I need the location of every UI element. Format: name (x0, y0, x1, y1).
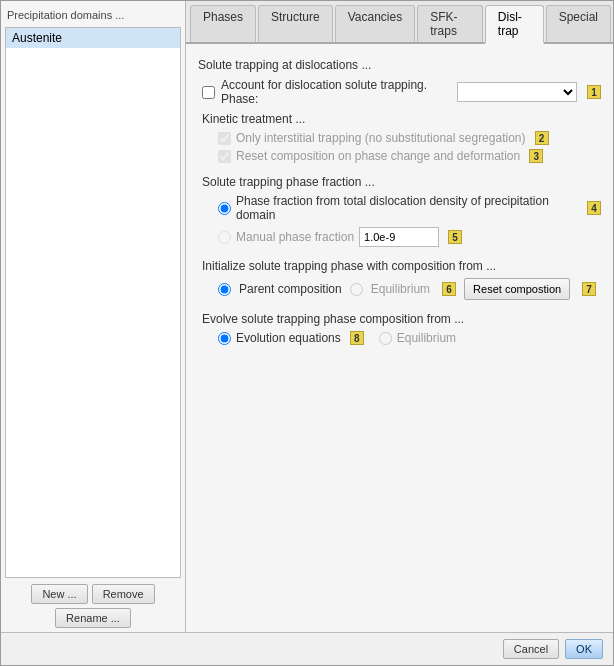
badge-7: 7 (582, 282, 596, 296)
phase-fraction-radio-2[interactable] (218, 231, 231, 244)
phase-fraction-radio-1-row: Phase fraction from total dislocation de… (198, 194, 601, 222)
left-panel: Precipitation domains ... Austenite New … (1, 1, 186, 632)
phase-fraction-label-2: Manual phase fraction (236, 230, 354, 244)
phase-fraction-label-1: Phase fraction from total dislocation de… (236, 194, 578, 222)
badge-3: 3 (529, 149, 543, 163)
init-equilibrium-label: Equilibrium (371, 282, 430, 296)
kinetic-option-2-row: Reset composition on phase change and de… (198, 149, 601, 163)
manual-phase-fraction-input[interactable] (359, 227, 439, 247)
rename-button[interactable]: Rename ... (55, 608, 131, 628)
evolve-radios-row: Evolution equations 8 Equilibrium (198, 331, 601, 345)
initialize-radios-row: Parent composition Equilibrium 6 Reset c… (198, 278, 601, 300)
solute-phase-fraction-section: Solute trapping phase fraction ... Phase… (198, 175, 601, 247)
tab-disl-trap[interactable]: Disl-trap (485, 5, 544, 44)
badge-5: 5 (448, 230, 462, 244)
phase-fraction-radio-1[interactable] (218, 202, 231, 215)
kinetic-option-1-row: Only interstitial trapping (no substitut… (198, 131, 601, 145)
evolve-equilibrium-radio[interactable] (379, 332, 392, 345)
evolve-section: Evolve solute trapping phase composition… (198, 312, 601, 345)
solute-trapping-title: Solute trapping at dislocations ... (198, 58, 601, 72)
badge-4: 4 (587, 201, 601, 215)
evolve-equations-radio[interactable] (218, 332, 231, 345)
kinetic-checkbox-2[interactable] (218, 150, 231, 163)
content-area: Precipitation domains ... Austenite New … (1, 1, 613, 632)
right-panel: Phases Structure Vacancies SFK-traps Dis… (186, 1, 613, 632)
tab-vacancies[interactable]: Vacancies (335, 5, 415, 42)
kinetic-label-2: Reset composition on phase change and de… (236, 149, 520, 163)
init-equilibrium-radio[interactable] (350, 283, 363, 296)
new-button[interactable]: New ... (31, 584, 87, 604)
kinetic-label-1: Only interstitial trapping (no substitut… (236, 131, 526, 145)
tab-structure[interactable]: Structure (258, 5, 333, 42)
phase-fraction-radio-2-row: Manual phase fraction 5 (198, 227, 601, 247)
tab-bar: Phases Structure Vacancies SFK-traps Dis… (186, 1, 613, 44)
badge-1: 1 (587, 85, 601, 99)
badge-2: 2 (535, 131, 549, 145)
initialize-title: Initialize solute trapping phase with co… (198, 259, 601, 273)
badge-6: 6 (442, 282, 456, 296)
tab-special[interactable]: Special (546, 5, 611, 42)
left-panel-list: Austenite (5, 27, 181, 578)
cancel-button[interactable]: Cancel (503, 639, 559, 659)
kinetic-treatment-section: Kinetic treatment ... Only interstitial … (198, 112, 601, 163)
init-parent-label: Parent composition (239, 282, 342, 296)
solute-phase-fraction-title: Solute trapping phase fraction ... (198, 175, 601, 189)
ok-button[interactable]: OK (565, 639, 603, 659)
initialize-section: Initialize solute trapping phase with co… (198, 259, 601, 300)
list-item-austenite[interactable]: Austenite (6, 28, 180, 48)
phase-select[interactable] (457, 82, 577, 102)
btn-row-1: New ... Remove (5, 584, 181, 604)
tab-phases[interactable]: Phases (190, 5, 256, 42)
account-dislocation-checkbox[interactable] (202, 86, 215, 99)
init-parent-radio[interactable] (218, 283, 231, 296)
evolve-title: Evolve solute trapping phase composition… (198, 312, 601, 326)
left-panel-title: Precipitation domains ... (5, 5, 181, 27)
reset-composition-button[interactable]: Reset compostion (464, 278, 570, 300)
tab-content-disl-trap: Solute trapping at dislocations ... Acco… (186, 44, 613, 632)
btn-row-2: Rename ... (5, 608, 181, 628)
remove-button[interactable]: Remove (92, 584, 155, 604)
evolve-equilibrium-label: Equilibrium (397, 331, 456, 345)
account-dislocation-label: Account for dislocation solute trapping.… (221, 78, 445, 106)
badge-8: 8 (350, 331, 364, 345)
tab-sfk-traps[interactable]: SFK-traps (417, 5, 483, 42)
account-dislocation-row: Account for dislocation solute trapping.… (198, 78, 601, 106)
kinetic-checkbox-1[interactable] (218, 132, 231, 145)
bottom-bar: Cancel OK (1, 632, 613, 665)
evolve-equations-label: Evolution equations (236, 331, 341, 345)
kinetic-treatment-title: Kinetic treatment ... (198, 112, 601, 126)
main-window: Precipitation domains ... Austenite New … (0, 0, 614, 666)
solute-trapping-section: Solute trapping at dislocations ... Acco… (198, 58, 601, 345)
left-panel-buttons: New ... Remove Rename ... (5, 578, 181, 628)
